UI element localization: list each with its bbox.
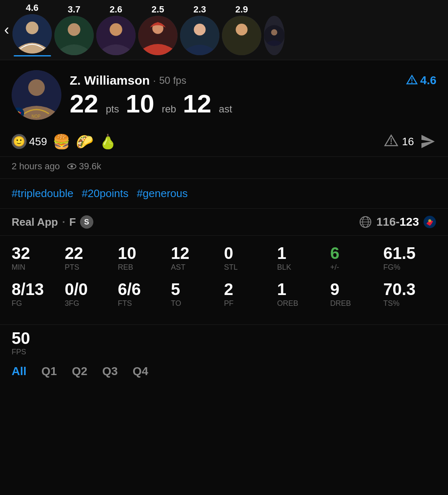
reb-value: 10 bbox=[126, 91, 154, 117]
share-count[interactable]: 16 bbox=[384, 134, 414, 149]
social-right: 16 bbox=[384, 133, 436, 150]
status-badge: S bbox=[80, 215, 93, 229]
svg-point-18 bbox=[17, 111, 19, 114]
svg-point-15 bbox=[28, 79, 45, 96]
pts-value: 22 bbox=[70, 91, 98, 117]
svg-point-21 bbox=[411, 82, 413, 83]
hashtags-section: #tripledouble #20points #generous bbox=[0, 179, 448, 209]
ast-value: 12 bbox=[183, 91, 212, 117]
tab-q2[interactable]: Q2 bbox=[72, 365, 87, 378]
carousel-player-5[interactable]: 2.3 bbox=[180, 5, 219, 55]
to-label: TO bbox=[171, 299, 224, 308]
svg-point-34 bbox=[429, 219, 431, 222]
stat-stl: 0 STL bbox=[224, 244, 277, 272]
ts-pct-value: 70.3 bbox=[383, 280, 436, 298]
send-button[interactable] bbox=[420, 133, 436, 150]
carousel-player-1[interactable]: 4.6 bbox=[12, 3, 52, 56]
stat-pts: 22 PTS bbox=[65, 244, 118, 272]
fts-value: 6/6 bbox=[118, 280, 171, 298]
carousel-player-6[interactable]: 2.9 bbox=[222, 5, 261, 55]
player-carousel: ‹ 4.6 3.7 bbox=[0, 0, 448, 60]
stats-row-2: 8/13 FG 0/0 3FG 6/6 FTS 5 TO 2 PF 1 OREB… bbox=[12, 280, 436, 308]
player-main-avatar: NOP bbox=[12, 70, 61, 120]
svg-point-3 bbox=[68, 23, 80, 36]
real-app-label: Real App bbox=[12, 216, 58, 229]
carousel-player-3[interactable]: 2.6 bbox=[96, 5, 136, 55]
social-row: 🙂 459 🍔 🌮 🍐 16 bbox=[0, 127, 448, 157]
game-info-row: Real App · F S 116-123 bbox=[0, 209, 448, 236]
fg-value: 8/13 bbox=[12, 280, 65, 298]
svg-point-1 bbox=[26, 22, 38, 34]
carousel-avatar-4 bbox=[138, 16, 178, 55]
carousel-player-2[interactable]: 3.7 bbox=[54, 5, 94, 55]
rank-badge: 4.6 bbox=[406, 74, 436, 87]
time-row: 2 hours ago 39.6k bbox=[0, 157, 448, 179]
carousel-score-1: 4.6 bbox=[26, 3, 39, 12]
player-info: Z. Williamson · 50 fps 4.6 22 pts bbox=[70, 73, 436, 117]
stat-dreb: 9 DREB bbox=[330, 280, 383, 308]
player-name: Z. Williamson bbox=[70, 73, 150, 88]
stat-blk: 1 BLK bbox=[277, 244, 330, 272]
main-card: NOP Z. Williamson · 50 fps bbox=[0, 60, 448, 120]
ast-label: AST bbox=[171, 263, 224, 272]
reb-label: reb bbox=[162, 103, 176, 115]
svg-point-27 bbox=[71, 165, 73, 168]
separator-dot: · bbox=[62, 216, 65, 229]
burger-emoji[interactable]: 🍔 bbox=[53, 133, 70, 150]
carousel-score-6: 2.9 bbox=[235, 5, 248, 14]
score-home: 116-123 bbox=[376, 215, 419, 229]
pear-emoji[interactable]: 🍐 bbox=[99, 133, 117, 150]
svg-point-11 bbox=[236, 24, 248, 36]
back-button[interactable]: ‹ bbox=[4, 21, 9, 39]
quarter-tabs: All Q1 Q2 Q3 Q4 bbox=[0, 356, 448, 390]
rank-value: 4.6 bbox=[420, 74, 436, 87]
ast-label: ast bbox=[219, 103, 232, 115]
to-value: 5 bbox=[171, 280, 224, 298]
fts-label: FTS bbox=[118, 299, 171, 308]
fps-row: 50 FPS bbox=[0, 325, 448, 356]
fps-stat: 50 FPS bbox=[12, 329, 436, 356]
hashtag-1[interactable]: #tripledouble bbox=[12, 187, 73, 200]
stat-fts: 6/6 FTS bbox=[118, 280, 171, 308]
carousel-score-3: 2.6 bbox=[110, 5, 122, 14]
stat-ts-pct: 70.3 TS% bbox=[383, 280, 436, 308]
reb-value: 10 bbox=[118, 244, 171, 262]
views-row: 39.6k bbox=[67, 161, 101, 172]
pts-label: PTS bbox=[65, 263, 118, 272]
carousel-avatar-1 bbox=[12, 14, 52, 54]
carousel-player-7[interactable]: 2.9 bbox=[264, 5, 285, 55]
player-header: NOP Z. Williamson · 50 fps bbox=[12, 70, 436, 120]
tab-q1[interactable]: Q1 bbox=[41, 365, 57, 378]
dreb-value: 9 bbox=[330, 280, 383, 298]
tab-all[interactable]: All bbox=[12, 365, 27, 378]
hashtag-2[interactable]: #20points bbox=[82, 187, 129, 200]
hashtag-3[interactable]: #generous bbox=[137, 187, 188, 200]
stl-label: STL bbox=[224, 263, 277, 272]
tab-q4[interactable]: Q4 bbox=[133, 365, 148, 378]
carousel-score-2: 3.7 bbox=[68, 5, 80, 14]
reaction-number: 459 bbox=[29, 135, 47, 148]
stat-fg: 8/13 FG bbox=[12, 280, 65, 308]
views-count: 39.6k bbox=[79, 161, 101, 172]
carousel-avatar-6 bbox=[222, 16, 261, 55]
svg-point-9 bbox=[194, 24, 206, 36]
smiley-icon: 🙂 bbox=[12, 134, 27, 149]
score-row: 116-123 bbox=[359, 215, 436, 229]
social-left: 🙂 459 🍔 🌮 🍐 bbox=[12, 133, 117, 150]
carousel-avatar-5 bbox=[180, 16, 219, 55]
carousel-score-4: 2.5 bbox=[151, 5, 164, 14]
taco-emoji[interactable]: 🌮 bbox=[76, 133, 93, 150]
carousel-avatar-2 bbox=[54, 16, 94, 55]
tab-q3[interactable]: Q3 bbox=[102, 365, 118, 378]
fps-value: 50 bbox=[12, 329, 436, 348]
pf-value: 2 bbox=[224, 280, 277, 298]
svg-point-24 bbox=[390, 143, 392, 144]
pf-label: PF bbox=[224, 299, 277, 308]
carousel-player-4[interactable]: 2.5 bbox=[138, 5, 178, 55]
stat-to: 5 TO bbox=[171, 280, 224, 308]
reaction-count[interactable]: 🙂 459 bbox=[12, 134, 47, 149]
plus-minus-label: +/- bbox=[330, 263, 383, 272]
stat-fg-pct: 61.5 FG% bbox=[383, 244, 436, 272]
stats-row-1: 32 MIN 22 PTS 10 REB 12 AST 0 STL 1 BLK … bbox=[12, 244, 436, 272]
dreb-label: DREB bbox=[330, 299, 383, 308]
